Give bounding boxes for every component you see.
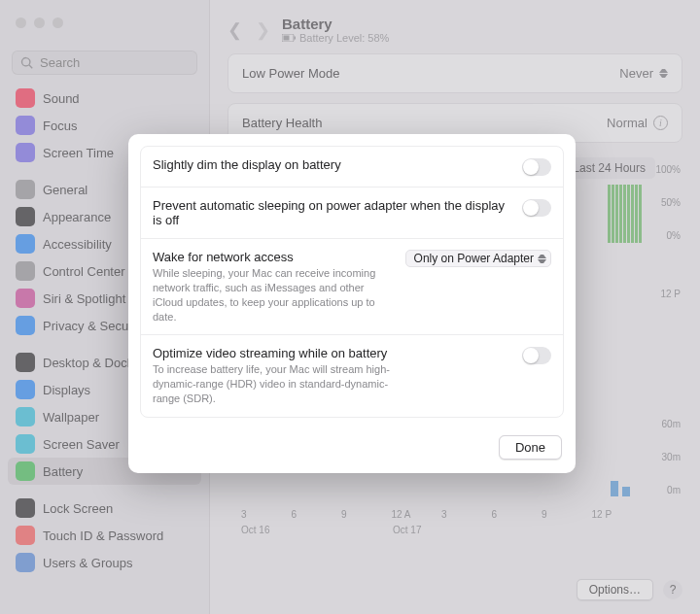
modal-settings-group: Slightly dim the display on batteryPreve… <box>140 146 564 418</box>
toggle-switch[interactable] <box>522 199 551 217</box>
toggle-switch[interactable] <box>522 158 551 176</box>
select-dropdown[interactable]: Only on Power Adapter <box>405 250 551 267</box>
setting-title: Wake for network access <box>153 250 392 264</box>
setting-description: While sleeping, your Mac can receive inc… <box>153 266 392 324</box>
setting-description: To increase battery life, your Mac will … <box>153 362 396 406</box>
modal-row: Prevent automatic sleeping on power adap… <box>141 187 563 238</box>
up-down-icon <box>538 252 546 265</box>
modal-row: Wake for network accessWhile sleeping, y… <box>141 238 563 334</box>
modal-row: Slightly dim the display on battery <box>141 147 563 187</box>
modal-row: Optimize video streaming while on batter… <box>141 334 563 417</box>
done-button[interactable]: Done <box>499 435 562 460</box>
select-value: Only on Power Adapter <box>414 252 534 265</box>
setting-title: Slightly dim the display on battery <box>153 157 508 172</box>
setting-title: Prevent automatic sleeping on power adap… <box>153 198 508 227</box>
setting-title: Optimize video streaming while on batter… <box>153 346 508 360</box>
toggle-switch[interactable] <box>522 347 551 364</box>
battery-options-modal: Slightly dim the display on batteryPreve… <box>128 134 576 473</box>
